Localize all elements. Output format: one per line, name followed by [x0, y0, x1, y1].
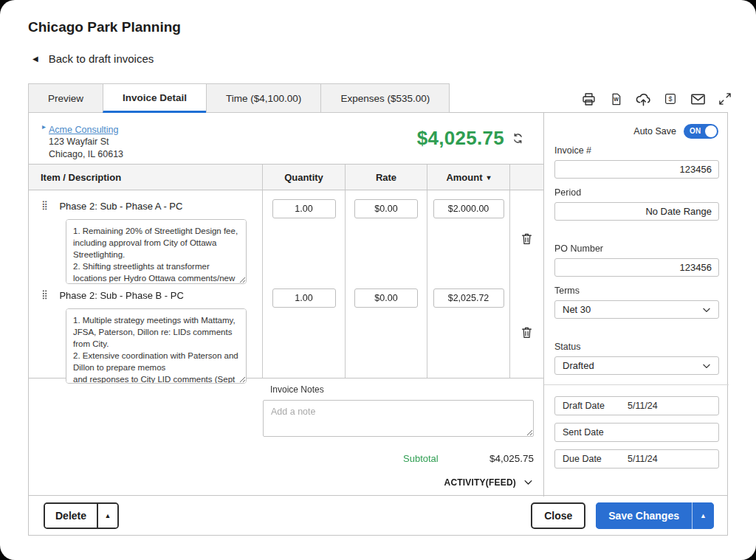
invoice-total: $4,025.75	[417, 127, 504, 150]
invoice-settings-sidebar: Auto Save ON Invoice # Period PO Number …	[543, 113, 729, 497]
terms-select[interactable]: Net 30	[554, 300, 719, 319]
back-link-label: Back to draft invoices	[49, 52, 154, 65]
print-icon	[581, 91, 597, 107]
line-items-header: Item / Description Quantity Rate Amount …	[29, 165, 543, 190]
expand-button[interactable]	[716, 90, 734, 108]
email-icon	[690, 91, 707, 108]
save-changes-button[interactable]: Save Changes	[596, 502, 692, 529]
status-label: Status	[554, 342, 580, 352]
invoice-detail-panel: ▸ Acme Consulting 123 Wayfair St Chicago…	[28, 112, 728, 536]
amount-input[interactable]	[433, 288, 504, 308]
line-item-description-textarea[interactable]: 1. Multiple strategy meetings with Matta…	[66, 308, 247, 384]
column-header-quantity: Quantity	[263, 165, 346, 190]
chevron-down-icon	[701, 361, 712, 371]
tab-bar: Preview Invoice Detail Time ($4,100.00) …	[28, 83, 450, 113]
chevron-down-icon	[523, 477, 534, 488]
amount-input[interactable]	[433, 199, 504, 218]
toggle-knob	[705, 125, 717, 137]
column-header-item: Item / Description	[29, 165, 263, 190]
due-date-label: Due Date	[563, 454, 628, 464]
client-address-line1: 123 Wayfair St	[49, 136, 123, 148]
sent-date-field[interactable]: Sent Date	[554, 423, 719, 442]
invoice-number-label: Invoice #	[554, 145, 591, 156]
subtotal-label: Subtotal	[403, 453, 439, 464]
upload-button[interactable]	[634, 90, 652, 108]
line-item-title: Phase 2: Sub - Phase B - PC	[59, 290, 183, 301]
draft-date-field[interactable]: Draft Date 5/11/24	[554, 396, 719, 415]
status-select[interactable]: Drafted	[554, 356, 719, 375]
period-label: Period	[554, 187, 581, 198]
rate-input[interactable]	[354, 288, 418, 308]
back-arrow-icon: ◀	[32, 55, 38, 63]
recalculate-button[interactable]	[512, 132, 524, 145]
autosave-label: Auto Save	[633, 126, 676, 136]
period-input[interactable]	[554, 202, 719, 221]
status-value: Drafted	[563, 360, 594, 371]
delete-menu-button[interactable]: ▲	[97, 504, 117, 528]
drag-handle-icon[interactable]: ⣿	[41, 289, 52, 300]
caret-up-icon: ▲	[105, 512, 111, 519]
toolbar: W $	[580, 87, 734, 111]
due-date-value: 5/11/24	[628, 454, 658, 464]
billing-button[interactable]: $	[662, 90, 679, 108]
delete-line-button[interactable]	[520, 199, 534, 280]
po-number-label: PO Number	[554, 243, 603, 254]
word-doc-icon: W	[609, 92, 623, 106]
tab-time[interactable]: Time ($4,100.00)	[206, 83, 320, 113]
delete-split-button: Delete ▲	[44, 502, 119, 529]
line-item-row: ⣿ Phase 2: Sub - Phase B - PC 1. Multipl…	[29, 280, 543, 378]
rate-input[interactable]	[354, 199, 418, 218]
terms-label: Terms	[554, 286, 580, 296]
print-button[interactable]	[580, 90, 597, 108]
terms-value: Net 30	[563, 304, 591, 315]
export-word-button[interactable]: W	[607, 90, 625, 108]
chevron-down-icon	[701, 305, 712, 315]
tab-expenses[interactable]: Expenses ($535.00)	[320, 83, 450, 113]
page-title: Chicago Park Planning	[28, 19, 181, 35]
invoice-notes-label: Invoice Notes	[270, 384, 324, 395]
money-icon: $	[664, 92, 677, 106]
expand-icon	[718, 91, 732, 106]
delete-line-button[interactable]	[520, 288, 534, 378]
back-link[interactable]: ◀ Back to draft invoices	[32, 52, 154, 65]
due-date-field[interactable]: Due Date 5/11/24	[554, 449, 719, 469]
drag-handle-icon[interactable]: ⣿	[41, 200, 52, 210]
tab-invoice-detail[interactable]: Invoice Detail	[103, 83, 206, 113]
autosave-toggle[interactable]: ON	[684, 124, 718, 139]
svg-text:W: W	[614, 97, 619, 103]
line-item-title: Phase 2: Sub - Phase A - PC	[59, 201, 182, 212]
client-header: ▸ Acme Consulting 123 Wayfair St Chicago…	[29, 113, 543, 165]
invoice-notes-textarea[interactable]	[263, 400, 534, 437]
invoice-number-input[interactable]	[554, 160, 719, 179]
client-link[interactable]: Acme Consulting	[49, 125, 119, 135]
po-number-input[interactable]	[554, 258, 719, 277]
subtotal-value: $4,025.75	[489, 453, 534, 464]
sidebar-divider	[544, 384, 729, 385]
invoice-editor-window: Chicago Park Planning ◀ Back to draft in…	[0, 0, 756, 560]
activity-feed-label: ACTIVITY(FEED)	[444, 477, 516, 488]
cloud-upload-icon	[635, 91, 652, 108]
quantity-input[interactable]	[272, 199, 336, 218]
invoice-main-pane: ▸ Acme Consulting 123 Wayfair St Chicago…	[29, 113, 543, 497]
draft-date-label: Draft Date	[563, 401, 628, 411]
line-item-description-textarea[interactable]: 1. Remaining 20% of Streetlight Design f…	[66, 219, 247, 284]
column-header-actions	[510, 165, 543, 190]
save-menu-button[interactable]: ▲	[692, 502, 714, 529]
column-header-amount[interactable]: Amount ▾	[427, 165, 510, 190]
save-split-button: Save Changes ▲	[596, 502, 714, 529]
email-button[interactable]	[689, 90, 707, 108]
sort-caret-icon: ▾	[487, 173, 491, 182]
client-expand-icon[interactable]: ▸	[42, 122, 46, 161]
caret-up-icon: ▲	[700, 512, 707, 519]
trash-icon	[520, 325, 534, 339]
close-button[interactable]: Close	[531, 502, 585, 529]
autosave-state: ON	[690, 127, 701, 135]
sent-date-label: Sent Date	[563, 427, 628, 438]
subtotal-row: Subtotal $4,025.75	[263, 453, 534, 464]
draft-date-value: 5/11/24	[628, 401, 658, 411]
quantity-input[interactable]	[272, 288, 336, 308]
delete-button[interactable]: Delete	[45, 504, 97, 528]
activity-feed-toggle[interactable]: ACTIVITY(FEED)	[263, 477, 534, 488]
column-header-rate: Rate	[346, 165, 427, 190]
tab-preview[interactable]: Preview	[28, 83, 103, 113]
